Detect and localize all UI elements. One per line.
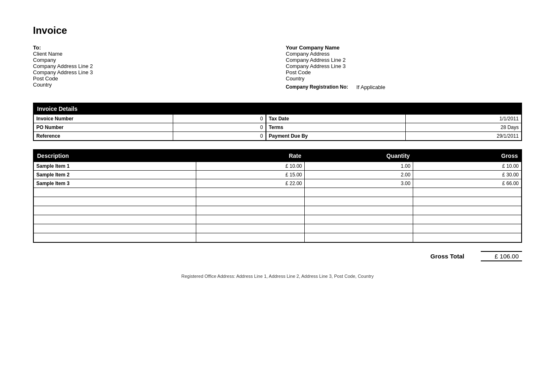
- table-row: [33, 233, 522, 242]
- empty-gross: [413, 197, 522, 206]
- footer-text: Registered Office Address: Address Line …: [33, 274, 522, 279]
- table-row: [33, 215, 522, 224]
- detail-left-label: PO Number: [33, 123, 173, 132]
- col-quantity: Quantity: [305, 150, 413, 162]
- company-reg-label: Company Registration No:: [286, 84, 348, 90]
- empty-rate: [196, 215, 305, 224]
- empty-gross: [413, 206, 522, 215]
- item-quantity: 1.00: [305, 162, 413, 171]
- table-row: [33, 197, 522, 206]
- empty-rate: [196, 233, 305, 242]
- empty-qty: [305, 206, 413, 215]
- table-row: Sample Item 1 £ 10.00 1.00 £ 10.00: [33, 162, 522, 171]
- item-description: Sample Item 3: [33, 179, 196, 188]
- invoice-details-row: Reference 0 Payment Due By 29/1/2011: [33, 132, 522, 141]
- invoice-details-row: PO Number 0 Terms 28 Days: [33, 123, 522, 132]
- empty-rate: [196, 224, 305, 233]
- item-rate: £ 15.00: [196, 171, 305, 179]
- item-gross: £ 66.00: [413, 179, 522, 188]
- to-label: To:: [33, 45, 269, 51]
- detail-right-value: 28 Days: [405, 123, 522, 132]
- empty-qty: [305, 224, 413, 233]
- empty-gross: [413, 233, 522, 242]
- client-name: Client Name: [33, 51, 269, 57]
- client-info: To: Client Name Company Company Address …: [33, 45, 269, 90]
- supplier-info: Your Company Name Company Address Compan…: [269, 45, 522, 90]
- detail-left-label: Reference: [33, 132, 173, 141]
- empty-qty: [305, 188, 413, 197]
- company-reg-value: If Applicable: [356, 84, 385, 90]
- col-description: Description: [33, 150, 196, 162]
- detail-right-label: Terms: [266, 123, 405, 132]
- client-country: Country: [33, 82, 269, 88]
- supplier-post-code: Post Code: [286, 69, 522, 75]
- item-quantity: 3.00: [305, 179, 413, 188]
- gross-total-value: £ 106.00: [481, 251, 522, 261]
- empty-rate: [196, 206, 305, 215]
- invoice-details-row: Invoice Number 0 Tax Date 1/1/2011: [33, 115, 522, 123]
- item-description: Sample Item 1: [33, 162, 196, 171]
- empty-desc: [33, 206, 196, 215]
- empty-qty: [305, 233, 413, 242]
- supplier-company-name: Your Company Name: [286, 45, 522, 51]
- client-company: Company: [33, 57, 269, 63]
- empty-qty: [305, 215, 413, 224]
- empty-rate: [196, 197, 305, 206]
- detail-left-value: 0: [173, 132, 266, 141]
- item-description: Sample Item 2: [33, 171, 196, 179]
- empty-rate: [196, 188, 305, 197]
- item-rate: £ 10.00: [196, 162, 305, 171]
- client-address-line3: Company Address Line 3: [33, 69, 269, 75]
- table-row: Sample Item 2 £ 15.00 2.00 £ 30.00: [33, 171, 522, 179]
- supplier-address-line3: Company Address Line 3: [286, 63, 522, 69]
- supplier-address-line2: Company Address Line 2: [286, 57, 522, 63]
- detail-left-label: Invoice Number: [33, 115, 173, 123]
- detail-right-label: Tax Date: [266, 115, 405, 123]
- empty-desc: [33, 215, 196, 224]
- item-rate: £ 22.00: [196, 179, 305, 188]
- table-row: Sample Item 3 £ 22.00 3.00 £ 66.00: [33, 179, 522, 188]
- client-post-code: Post Code: [33, 75, 269, 82]
- detail-right-value: 1/1/2011: [405, 115, 522, 123]
- empty-desc: [33, 224, 196, 233]
- empty-gross: [413, 215, 522, 224]
- table-row: [33, 224, 522, 233]
- empty-qty: [305, 197, 413, 206]
- supplier-country: Country: [286, 75, 522, 82]
- detail-right-value: 29/1/2011: [405, 132, 522, 141]
- empty-gross: [413, 188, 522, 197]
- gross-total-section: Gross Total £ 106.00: [33, 251, 522, 261]
- empty-desc: [33, 233, 196, 242]
- detail-left-value: 0: [173, 123, 266, 132]
- gross-total-label: Gross Total: [430, 253, 464, 260]
- item-gross: £ 10.00: [413, 162, 522, 171]
- detail-right-label: Payment Due By: [266, 132, 405, 141]
- item-quantity: 2.00: [305, 171, 413, 179]
- table-row: [33, 188, 522, 197]
- items-table: Description Rate Quantity Gross Sample I…: [33, 149, 522, 243]
- table-row: [33, 206, 522, 215]
- invoice-title: Invoice: [33, 25, 522, 36]
- supplier-address: Company Address: [286, 51, 522, 57]
- col-rate: Rate: [196, 150, 305, 162]
- empty-desc: [33, 188, 196, 197]
- col-gross: Gross: [413, 150, 522, 162]
- empty-desc: [33, 197, 196, 206]
- client-address-line2: Company Address Line 2: [33, 63, 269, 69]
- detail-left-value: 0: [173, 115, 266, 123]
- invoice-details-header: Invoice Details: [33, 103, 522, 115]
- item-gross: £ 30.00: [413, 171, 522, 179]
- empty-gross: [413, 224, 522, 233]
- invoice-details-table: Invoice Details Invoice Number 0 Tax Dat…: [33, 103, 522, 141]
